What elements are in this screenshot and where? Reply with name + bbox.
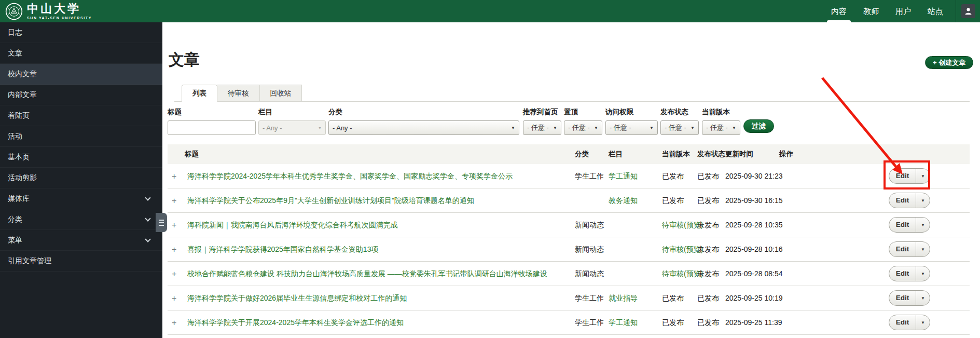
article-title-link[interactable]: 海洋科学学院关于做好2026届毕业生生源信息绑定和校对工作的通知: [187, 294, 407, 302]
expand-row-toggle[interactable]: +: [172, 286, 176, 310]
expand-row-toggle[interactable]: +: [172, 188, 176, 213]
edit-dropdown-toggle[interactable]: ▼: [916, 242, 930, 256]
expand-row-toggle[interactable]: +: [172, 310, 176, 335]
sidebar-item-8[interactable]: 媒体库: [0, 188, 162, 209]
sidebar-item-5[interactable]: 活动: [0, 126, 162, 147]
edit-dropdown-toggle[interactable]: ▼: [916, 291, 930, 305]
category-cell: 学生工作: [575, 286, 604, 310]
edit-button[interactable]: Edit: [889, 242, 916, 256]
filter-recommend: 推荐到首页 - 任意 - ▼: [523, 107, 561, 135]
article-title-link[interactable]: 海科院新闻｜我院南海台风后海洋环境变化综合科考航次圆满完成: [187, 221, 398, 229]
access-filter-select[interactable]: - 任意 - ▼: [605, 120, 658, 135]
article-title-link[interactable]: 海洋科学学院关于开展2024-2025学年本科生奖学金评选工作的通知: [187, 318, 404, 327]
article-title-cell: 海洋科学学院关于开展2024-2025学年本科生奖学金评选工作的通知: [187, 310, 404, 335]
edit-button[interactable]: Edit: [889, 193, 916, 208]
article-title-cell: 喜报｜海洋科学学院获得2025年国家自然科学基金资助13项: [187, 237, 378, 262]
logo-subtitle: SUN YAT-SEN UNIVERSITY: [27, 16, 92, 20]
edit-dropdown-toggle[interactable]: ▼: [916, 218, 930, 232]
recommend-filter-select[interactable]: - 任意 - ▼: [523, 120, 561, 135]
column-filter-select[interactable]: - Any - ▼: [258, 120, 326, 135]
filter-current-version: 当前版本 - 任意 - ▼: [702, 107, 740, 135]
sidebar-item-11[interactable]: 引用文章管理: [0, 251, 162, 272]
edit-button-group: Edit▼: [889, 217, 930, 233]
sidebar-item-3[interactable]: 内部文章: [0, 85, 162, 105]
logo-title: 中山大学: [27, 3, 92, 15]
sidebar-item-7[interactable]: 活动剪影: [0, 168, 162, 188]
dropdown-arrow-icon: ▼: [691, 126, 695, 130]
article-title-link[interactable]: 喜报｜海洋科学学院获得2025年国家自然科学基金资助13项: [187, 245, 378, 253]
publish-status-cell: 未发布: [697, 262, 719, 286]
select-value: - 任意 -: [568, 123, 590, 132]
select-value: - 任意 -: [665, 123, 686, 132]
version-cell: 已发布: [662, 286, 684, 310]
sidebar-item-9[interactable]: 分类: [0, 209, 162, 230]
edit-dropdown-toggle[interactable]: ▼: [916, 266, 930, 281]
topbar-nav-item-2[interactable]: 用户: [887, 0, 919, 22]
sidebar-item-label: 着陆页: [8, 111, 30, 120]
sticky-filter-select[interactable]: - 任意 - ▼: [564, 120, 602, 135]
title-filter-input[interactable]: [168, 120, 256, 135]
sidebar-item-10[interactable]: 菜单: [0, 230, 162, 251]
sidebar-item-6[interactable]: 基本页: [0, 147, 162, 168]
user-avatar[interactable]: [961, 4, 975, 18]
edit-button[interactable]: Edit: [889, 266, 916, 281]
sidebar-item-label: 分类: [8, 215, 22, 224]
sidebar-item-label: 文章: [8, 49, 22, 58]
article-title-link[interactable]: 校地合作赋能蓝色粮仓建设 科技助力台山海洋牧场高质量发展 ——校党委朱孔军书记带…: [187, 269, 547, 278]
publish-status-cell: 已发布: [697, 286, 719, 310]
main-content: 文章 + 创建文章 列表待审核回收站 标题 栏目 - Any - ▼ 分类 - …: [162, 22, 980, 338]
sidebar-item-1[interactable]: 文章: [0, 43, 162, 64]
university-logo[interactable]: 中山大学 SUN YAT-SEN UNIVERSITY: [5, 3, 92, 20]
version-cell: 已发布: [662, 188, 684, 213]
table-header: 标题 分类 栏目 当前版本 发布状态 更新时间 操作: [168, 144, 970, 164]
edit-button-group: Edit▼: [889, 193, 930, 208]
column-link[interactable]: 就业指导: [609, 294, 638, 302]
topbar-nav-item-1[interactable]: 教师: [855, 0, 887, 22]
edit-dropdown-toggle[interactable]: ▼: [916, 315, 930, 330]
tab-1[interactable]: 待审核: [217, 85, 260, 102]
expand-row-toggle[interactable]: +: [172, 213, 176, 237]
sidebar-item-0[interactable]: 日志: [0, 22, 162, 43]
column-link[interactable]: 学工通知: [609, 172, 638, 180]
header-column: 栏目: [609, 144, 623, 164]
tab-0[interactable]: 列表: [182, 85, 217, 102]
publish-status-filter-select[interactable]: - 任意 - ▼: [660, 120, 699, 135]
select-value: - 任意 -: [610, 123, 631, 132]
expand-row-toggle[interactable]: +: [172, 262, 176, 286]
edit-button[interactable]: Edit: [889, 169, 916, 183]
filter-label: 访问权限: [605, 107, 658, 117]
tab-2[interactable]: 回收站: [260, 85, 302, 102]
edit-dropdown-toggle[interactable]: ▼: [916, 169, 930, 183]
article-title-cell: 校地合作赋能蓝色粮仓建设 科技助力台山海洋牧场高质量发展 ——校党委朱孔军书记带…: [187, 262, 547, 286]
topbar: 中山大学 SUN YAT-SEN UNIVERSITY 内容教师用户站点: [0, 0, 980, 22]
article-title-link[interactable]: 海洋科学学院2024-2025学年本科生优秀学生奖学金、国家奖学金、国家励志奖学…: [187, 172, 513, 180]
chevron-down-icon: [145, 236, 150, 242]
publish-status-cell: 已发布: [697, 310, 719, 335]
category-cell: 新闻动态: [575, 213, 604, 237]
article-title-link[interactable]: 海洋科学学院关于公布2025年9月"大学生创新创业训练计划项目"院级培育课题名单…: [187, 196, 474, 205]
sidebar-toggle-handle[interactable]: [156, 213, 167, 232]
header-category: 分类: [575, 144, 589, 164]
expand-row-toggle[interactable]: +: [172, 164, 176, 188]
topbar-nav-item-3[interactable]: 站点: [919, 0, 951, 22]
filter-access: 访问权限 - 任意 - ▼: [605, 107, 658, 135]
topbar-nav-item-0[interactable]: 内容: [823, 0, 855, 22]
expand-row-toggle[interactable]: +: [172, 237, 176, 262]
edit-button[interactable]: Edit: [889, 218, 916, 232]
column-cell: 学工通知: [609, 310, 638, 335]
sidebar-item-4[interactable]: 着陆页: [0, 105, 162, 126]
filter-submit-button[interactable]: 过滤: [743, 119, 774, 133]
edit-dropdown-toggle[interactable]: ▼: [916, 193, 930, 208]
edit-button[interactable]: Edit: [889, 291, 916, 305]
table-row-6: +海洋科学学院关于开展2024-2025学年本科生奖学金评选工作的通知学生工作学…: [168, 310, 970, 335]
sidebar-item-label: 内部文章: [8, 90, 37, 100]
table-row-0: +海洋科学学院2024-2025学年本科生优秀学生奖学金、国家奖学金、国家励志奖…: [168, 164, 970, 188]
category-filter-select[interactable]: - Any - ▼: [328, 120, 519, 135]
edit-button[interactable]: Edit: [889, 315, 916, 330]
version-filter-select[interactable]: - 任意 - ▼: [702, 120, 740, 135]
create-article-button[interactable]: + 创建文章: [925, 56, 973, 69]
sidebar-item-2[interactable]: 校内文章: [0, 64, 162, 85]
filter-label: 置顶: [564, 107, 602, 117]
column-link[interactable]: 学工通知: [609, 318, 638, 327]
column-link[interactable]: 教务通知: [609, 196, 638, 205]
